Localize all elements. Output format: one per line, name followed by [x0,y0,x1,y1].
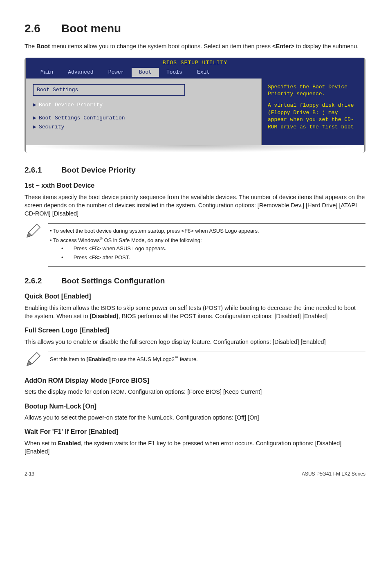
page-footer: 2-13 ASUS P5G41T-M LX2 Series [25,468,365,478]
param-heading: Full Screen Logo [Enabled] [25,326,365,335]
bios-spacer [33,110,254,113]
section-number: 2.6 [25,20,61,36]
note-sup: ® [100,237,103,241]
note-text: feature. [178,356,198,362]
subsection-title: Boot Settings Configuration [61,276,165,285]
triangle-icon: ▶ [33,123,39,131]
bios-panel-title: Boot Settings [33,84,185,96]
note-item: To select the boot device during system … [50,227,364,235]
bios-setup-title: BIOS SETUP UTILITY [26,58,364,67]
bios-tab-tools: Tools [159,68,190,77]
subsection-heading: 2.6.1Boot Device Priority [25,165,365,176]
param-heading: Bootup Num-Lock [On] [25,402,365,411]
bios-row-label: Security [39,124,64,130]
body-span: When set to [25,440,58,447]
svg-marker-5 [27,361,32,366]
note-bold: [Enabled] [87,356,111,362]
svg-marker-2 [27,232,32,237]
bios-tab-bar: Main Advanced Power Boot Tools Exit [26,67,364,79]
section-heading: 2.6Boot menu [25,20,365,36]
note-text: To access Windows [53,237,100,243]
subsection-number: 2.6.2 [25,276,61,287]
bios-fade-shadow [26,145,364,153]
body-bold: [Disabled] [90,313,119,319]
intro-bold: Boot [36,43,50,49]
note-text: to use the ASUS MyLogo2 [111,356,175,362]
bios-tab-boot: Boot [132,68,159,77]
note-content: To select the boot device during system … [48,223,365,266]
bios-left-pane: Boot Settings ▶Boot Device Priority ▶Boo… [26,79,262,145]
pencil-icon [25,223,41,240]
subsection-number: 2.6.1 [25,165,61,176]
bios-row-boot-settings-config: ▶Boot Settings Configuration [33,114,254,122]
bios-help-pane: Specifies the Boot Device Priority seque… [262,79,364,145]
bios-help-text: Specifies the Boot Device Priority seque… [268,83,359,98]
intro-bold: <Enter> [272,43,294,49]
triangle-icon: ▶ [33,101,39,109]
note-item: To access Windows® OS in Safe Mode, do a… [50,236,364,262]
body-text: When set to Enabled, the system waits fo… [25,439,365,456]
bios-row-boot-device-priority: ▶Boot Device Priority [33,101,254,109]
bios-row-label: Boot Device Priority [39,102,103,108]
body-span: , BIOS performs all the POST items. Conf… [119,313,328,319]
bios-row-label: Boot Settings Configuration [39,115,125,121]
note-text: Set this item to [50,356,87,362]
param-heading: AddOn ROM Display Mode [Force BIOS] [25,376,365,385]
intro-text: menu items allow you to change the syste… [50,43,272,49]
subsection-title: Boot Device Priority [61,166,136,174]
bios-header: BIOS SETUP UTILITY Main Advanced Power B… [26,58,364,78]
body-bold: Enabled [58,440,81,447]
bios-tab-main: Main [33,68,61,77]
footer-page-number: 2-13 [25,471,34,478]
body-text: Allows you to select the power-on state … [25,413,365,422]
param-heading: Quick Boot [Enabled] [25,292,365,301]
intro-text: to display the submenu. [294,43,359,49]
note-subitem: Press <F5> when ASUS Logo appears. [61,245,364,253]
bios-body: Boot Settings ▶Boot Device Priority ▶Boo… [26,79,364,145]
body-text: Sets the display mode for option ROM. Co… [25,388,365,396]
note-subitem: Press <F8> after POST. [61,254,364,262]
pencil-icon [25,352,41,368]
note-sup: ™ [175,356,178,360]
bios-spacer [268,98,359,102]
body-text: This allows you to enable or disable the… [25,338,365,346]
note-content: Set this item to [Enabled] to use the AS… [48,352,365,367]
section-intro: The Boot menu items allow you to change … [25,42,365,50]
bios-help-text: A virtual floppy disk drive (Floppy Driv… [268,102,359,130]
triangle-icon: ▶ [33,114,39,122]
body-text: These items specify the boot device prio… [25,193,365,218]
bios-tab-power: Power [101,68,132,77]
subsection-heading: 2.6.2Boot Settings Configuration [25,276,365,287]
bios-tab-advanced: Advanced [61,68,101,77]
section-title-text: Boot menu [61,22,121,35]
body-text: Enabling this item allows the BIOS to sk… [25,304,365,321]
note-box: Set this item to [Enabled] to use the AS… [25,352,365,368]
param-heading: 1st ~ xxth Boot Device [25,181,365,190]
note-box: To select the boot device during system … [25,223,365,266]
note-text: OS in Safe Mode, do any of the following… [103,237,202,243]
bios-tab-exit: Exit [190,68,217,77]
intro-text: The [25,43,36,49]
bios-row-security: ▶Security [33,123,254,131]
footer-product-name: ASUS P5G41T-M LX2 Series [302,471,365,478]
param-heading: Wait For 'F1' If Error [Enabled] [25,427,365,436]
bios-screenshot: BIOS SETUP UTILITY Main Advanced Power B… [25,58,365,152]
